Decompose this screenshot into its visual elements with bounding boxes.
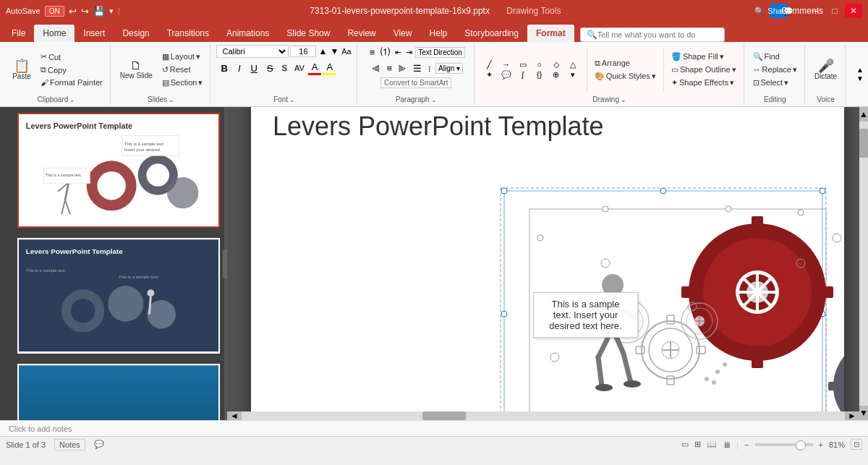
italic-button[interactable]: I [234, 61, 245, 75]
slide-thumbnail-3[interactable]: ● SlideModel... [17, 364, 220, 421]
align-left-icon[interactable]: ⫷ [369, 62, 383, 74]
slide-sorter-icon[interactable]: ⊞ [694, 440, 701, 449]
shape-star[interactable]: ✦ [482, 70, 498, 80]
tab-slideshow[interactable]: Slide Show [278, 25, 339, 42]
comments-button[interactable]: 💬 Comments [788, 4, 806, 18]
arrange-button[interactable]: ⧉ Arrange [592, 57, 659, 69]
minimize-button[interactable]: ─ [807, 4, 825, 18]
strikethrough-button[interactable]: S [263, 62, 277, 74]
underline-button[interactable]: U [247, 61, 262, 75]
tab-help[interactable]: Help [421, 25, 456, 42]
save-icon[interactable]: 💾 [93, 6, 105, 17]
tab-transitions[interactable]: Transitions [158, 25, 218, 42]
customize-icon[interactable]: ▾ [109, 7, 114, 16]
font-family-select[interactable]: Calibri [216, 45, 289, 58]
reading-view-icon[interactable]: 📖 [707, 440, 717, 449]
convert-smartart-button[interactable]: Convert to SmartArt [380, 77, 451, 88]
decrease-font-icon[interactable]: ▼ [329, 46, 339, 57]
shape-callout[interactable]: 💬 [498, 70, 514, 80]
canvas-area[interactable]: Levers PowerPoint Template [227, 107, 868, 420]
select-button[interactable]: ⊡ Select ▾ [750, 77, 800, 89]
slide-item-2[interactable]: 2 Levers PowerPoint Template [4, 238, 220, 353]
shape-triangle[interactable]: △ [565, 60, 581, 69]
slide-panel[interactable]: 1 Levers PowerPoint Template [0, 107, 224, 420]
slide-canvas[interactable]: Levers PowerPoint Template [251, 107, 844, 420]
font-color-button[interactable]: A [308, 61, 322, 75]
replace-button[interactable]: ↔ Replace ▾ [750, 64, 800, 76]
slide-thumbnail-1[interactable]: Levers PowerPoint Template [17, 113, 220, 228]
shape-outline-button[interactable]: ▭ Shape Outline ▾ [668, 64, 739, 76]
shape-circle[interactable]: ○ [532, 60, 548, 69]
shape-diamond[interactable]: ◇ [548, 60, 564, 69]
column-icon[interactable]: ⫶ [425, 64, 434, 74]
close-button[interactable]: ✕ [845, 4, 862, 18]
cut-button[interactable]: ✂ Cut [38, 51, 106, 63]
scroll-right-button[interactable]: ► [845, 411, 859, 420]
horizontal-scrollbar[interactable]: ◄ ► [227, 411, 859, 420]
list-numbers-icon[interactable]: ⑴ [378, 45, 392, 59]
tab-storyboarding[interactable]: Storyboarding [456, 25, 527, 42]
justify-icon[interactable]: ☰ [411, 62, 424, 74]
tab-file[interactable]: File [3, 25, 34, 42]
dictate-button[interactable]: 🎤 Dictate [811, 57, 841, 82]
new-slide-button[interactable]: 🗋 New Slide [116, 58, 156, 82]
layout-button[interactable]: ▦ Layout ▾ [159, 51, 206, 63]
scroll-thumb[interactable] [859, 129, 868, 158]
paste-button[interactable]: 📋 Paste [7, 57, 36, 82]
search-button[interactable]: 🔍 [751, 4, 768, 18]
zoom-slider[interactable] [755, 443, 813, 446]
ribbon-scroll-down[interactable]: ▼ [856, 74, 864, 83]
tab-format[interactable]: Format [527, 25, 574, 42]
shape-line[interactable]: ╱ [482, 60, 498, 69]
text-callout-1[interactable]: This is a sample text. Insert your desir… [533, 292, 638, 338]
align-center-icon[interactable]: ≡ [384, 62, 394, 74]
shape-fill-button[interactable]: 🪣 Shape Fill ▾ [668, 51, 739, 63]
zoom-in-button[interactable]: + [819, 440, 823, 449]
align-right-icon[interactable]: ⫸ [396, 62, 409, 74]
ribbon-scroll-up[interactable]: ▲ [856, 66, 864, 74]
list-bullets-icon[interactable]: ≡ [367, 46, 378, 59]
shape-down[interactable]: ▾ [565, 70, 581, 80]
shape-bracket[interactable]: {} [532, 70, 548, 80]
notes-button[interactable]: Notes [54, 439, 85, 451]
section-button[interactable]: ▤ Section ▾ [159, 77, 206, 89]
shape-curve[interactable]: ∫ [515, 70, 531, 80]
highlight-button[interactable]: A [323, 61, 336, 75]
notes-bar[interactable]: Click to add notes [0, 420, 868, 436]
increase-indent-icon[interactable]: ⇥ [404, 47, 414, 58]
presenter-view-icon[interactable]: 🖥 [723, 440, 731, 449]
normal-view-icon[interactable]: ▭ [681, 440, 689, 449]
tab-home[interactable]: Home [34, 25, 75, 42]
format-painter-button[interactable]: 🖌 Format Painter [38, 77, 106, 88]
text-direction-button[interactable]: Text Direction [415, 47, 465, 58]
find-button[interactable]: 🔍 Find [750, 51, 800, 63]
bold-button[interactable]: B [216, 61, 231, 75]
comments-count-button[interactable]: 💬 [94, 440, 104, 449]
shape-more[interactable]: ⊕ [548, 70, 564, 80]
font-spacing-button[interactable]: AV [292, 63, 307, 73]
tab-design[interactable]: Design [114, 25, 158, 42]
slide-thumbnail-2[interactable]: Levers PowerPoint Template This is a sam… [17, 238, 220, 353]
font-size-input[interactable] [290, 46, 316, 57]
tab-insert[interactable]: Insert [75, 25, 114, 42]
quick-styles-button[interactable]: 🎨 Quick Styles ▾ [592, 70, 659, 82]
decrease-indent-icon[interactable]: ⇤ [393, 47, 403, 58]
maximize-button[interactable]: □ [826, 4, 843, 18]
zoom-out-button[interactable]: − [744, 440, 749, 449]
align-text-button[interactable]: Align ▾ [435, 63, 463, 74]
shape-effects-button[interactable]: ✦ Shape Effects ▾ [668, 77, 739, 89]
increase-font-icon[interactable]: ▲ [318, 46, 328, 57]
reset-button[interactable]: ↺ Reset [159, 64, 206, 76]
slide-item-1[interactable]: 1 Levers PowerPoint Template [4, 113, 220, 228]
clear-format-icon[interactable]: Aa [341, 46, 352, 56]
scroll-left-button[interactable]: ◄ [227, 411, 242, 420]
scroll-down-button[interactable]: ▼ [859, 406, 868, 420]
redo-icon[interactable]: ↪ [81, 6, 89, 17]
shadow-button[interactable]: S [278, 63, 291, 73]
scroll-up-button[interactable]: ▲ [859, 107, 868, 121]
tab-animations[interactable]: Animations [218, 25, 278, 42]
hscroll-thumb[interactable] [422, 411, 466, 420]
shape-rect[interactable]: ▭ [515, 60, 531, 69]
shape-arrow[interactable]: → [498, 60, 514, 69]
search-input[interactable] [597, 30, 713, 39]
